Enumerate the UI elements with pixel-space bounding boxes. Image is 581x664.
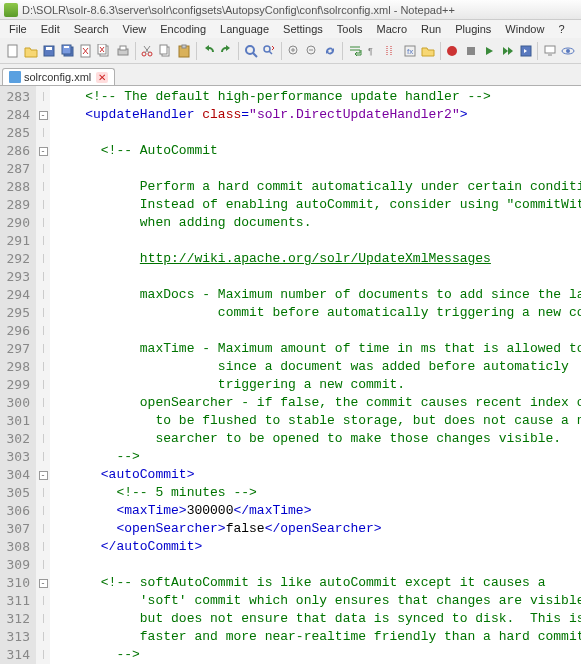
eye-icon[interactable] [560, 42, 577, 60]
file-type-icon [9, 71, 21, 83]
menu-file[interactable]: File [2, 21, 34, 37]
file-tab[interactable]: solrconfig.xml ✕ [2, 68, 115, 85]
lang-icon[interactable]: fx [401, 42, 418, 60]
menu-macro[interactable]: Macro [369, 21, 414, 37]
titlebar: D:\SOLR\solr-8.6.3\server\solr\configset… [0, 0, 581, 20]
macro-rec-icon[interactable] [444, 42, 461, 60]
toolbar-separator [281, 42, 282, 60]
svg-rect-20 [160, 45, 167, 54]
menu-search[interactable]: Search [67, 21, 116, 37]
replace-icon[interactable] [261, 42, 278, 60]
find-icon[interactable] [242, 42, 259, 60]
open-file-icon[interactable] [22, 42, 39, 60]
svg-point-45 [566, 49, 570, 53]
save-icon[interactable] [41, 42, 58, 60]
toolbar-separator [342, 42, 343, 60]
menu-window[interactable]: Window [498, 21, 551, 37]
window-title: D:\SOLR\solr-8.6.3\server\solr\configset… [22, 4, 455, 16]
save-all-icon[interactable] [59, 42, 76, 60]
folder-icon[interactable] [419, 42, 436, 60]
monitor-icon[interactable] [541, 42, 558, 60]
sync-icon[interactable] [322, 42, 339, 60]
editor[interactable]: 2832842852862872882892902912922932942952… [0, 86, 581, 664]
menu-run[interactable]: Run [414, 21, 448, 37]
paste-icon[interactable] [175, 42, 192, 60]
cut-icon[interactable] [138, 42, 155, 60]
toolbar-separator [537, 42, 538, 60]
toolbar: ¶ fx [0, 38, 581, 64]
menu-edit[interactable]: Edit [34, 21, 67, 37]
menu-settings[interactable]: Settings [276, 21, 330, 37]
close-all-icon[interactable] [96, 42, 113, 60]
svg-rect-2 [46, 47, 52, 50]
tab-close-icon[interactable]: ✕ [96, 72, 108, 83]
menu-encoding[interactable]: Encoding [153, 21, 213, 37]
svg-line-24 [253, 53, 257, 57]
zoom-in-icon[interactable] [285, 42, 302, 60]
svg-text:¶: ¶ [368, 46, 373, 56]
fold-toggle-icon[interactable]: - [39, 111, 48, 120]
menu-tools[interactable]: Tools [330, 21, 370, 37]
svg-rect-40 [467, 47, 475, 55]
word-wrap-icon[interactable] [346, 42, 363, 60]
macro-stop-icon[interactable] [462, 42, 479, 60]
fold-toggle-icon[interactable]: - [39, 471, 48, 480]
code-area[interactable]: <!-- The default high-performance update… [50, 86, 581, 664]
undo-icon[interactable] [200, 42, 217, 60]
close-icon[interactable] [77, 42, 94, 60]
svg-point-39 [447, 46, 457, 56]
svg-rect-42 [545, 46, 555, 53]
macro-play-multi-icon[interactable] [499, 42, 516, 60]
app-icon [4, 3, 18, 17]
zoom-out-icon[interactable] [303, 42, 320, 60]
tab-bar: solrconfig.xml ✕ [0, 64, 581, 86]
svg-line-26 [269, 51, 272, 54]
menu-view[interactable]: View [116, 21, 154, 37]
menu-help[interactable]: ? [551, 21, 571, 37]
line-number-gutter: 2832842852862872882892902912922932942952… [0, 86, 36, 664]
copy-icon[interactable] [157, 42, 174, 60]
toolbar-separator [135, 42, 136, 60]
new-file-icon[interactable] [4, 42, 21, 60]
svg-point-23 [246, 46, 254, 54]
svg-rect-5 [64, 46, 69, 48]
fold-toggle-icon[interactable]: - [39, 147, 48, 156]
show-all-icon[interactable]: ¶ [364, 42, 381, 60]
toolbar-separator [440, 42, 441, 60]
menubar: File Edit Search View Encoding Language … [0, 20, 581, 38]
svg-rect-14 [120, 46, 126, 50]
fold-toggle-icon[interactable]: - [39, 579, 48, 588]
svg-rect-22 [182, 45, 186, 48]
tab-label: solrconfig.xml [24, 71, 91, 83]
menu-plugins[interactable]: Plugins [448, 21, 498, 37]
indent-guide-icon[interactable] [383, 42, 400, 60]
svg-rect-0 [8, 45, 17, 57]
toolbar-separator [238, 42, 239, 60]
macro-play-icon[interactable] [480, 42, 497, 60]
svg-text:fx: fx [407, 47, 413, 56]
macro-save-icon[interactable] [517, 42, 534, 60]
menu-language[interactable]: Language [213, 21, 276, 37]
fold-gutter[interactable]: ----- [36, 86, 50, 664]
print-icon[interactable] [114, 42, 131, 60]
toolbar-separator [196, 42, 197, 60]
redo-icon[interactable] [218, 42, 235, 60]
